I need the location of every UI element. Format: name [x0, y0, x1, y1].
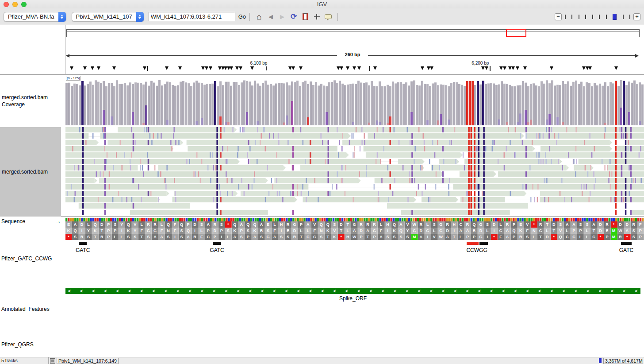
zoom-in-button[interactable]: +: [633, 13, 640, 20]
home-icon[interactable]: ⌂: [253, 12, 265, 22]
amino-acid-cell: R: [631, 221, 637, 228]
spike-orf-feature-bar[interactable]: <<<<<<<<<<<<<<<<<<<<<<<<<<<<<<<<<<<<<<<<…: [65, 288, 640, 294]
amino-acid-cell: C: [425, 228, 431, 234]
titlebar: IGV: [0, 0, 644, 8]
status-grid-icon[interactable]: [50, 358, 55, 364]
amino-acid-cell: R: [604, 221, 611, 228]
track-label-block-alignments[interactable]: merged.sorted.bam: [0, 127, 61, 217]
amino-acid-cell: N: [318, 228, 325, 234]
genome-select[interactable]: Pfizer_MVA-BN.fa: [4, 12, 66, 22]
go-button[interactable]: Go: [238, 13, 246, 20]
amino-acid-cell: R: [371, 221, 378, 228]
amino-acid-cell: F: [272, 228, 278, 234]
zoom-slider-tick[interactable]: [592, 15, 593, 19]
variant-marker-icon: [70, 66, 73, 70]
popup-text-icon[interactable]: [322, 12, 334, 22]
strand-chevron-icon: <: [454, 288, 457, 294]
amino-acid-cell: T: [298, 234, 305, 240]
strand-chevron-icon: <: [538, 288, 541, 294]
amino-acid-cell: L: [431, 228, 438, 234]
amino-acid-cell: G: [371, 228, 378, 234]
refresh-icon[interactable]: ⟳: [288, 12, 299, 22]
motif-feature[interactable]: [621, 242, 632, 245]
fit-to-window-icon[interactable]: [311, 12, 322, 22]
zoom-slider-tick[interactable]: [565, 15, 566, 19]
strand-chevron-icon: <: [490, 288, 493, 294]
amino-acid-cell: R: [364, 221, 371, 228]
track-label-qgrs[interactable]: Pfizer_QGRS: [1, 341, 34, 348]
sequence-strand-arrow[interactable]: →: [55, 217, 61, 225]
variant-marker-icon: [346, 66, 349, 70]
track-label-gatc[interactable]: Pfizer_GATC_CCWG: [1, 256, 52, 262]
amino-acid-cell: P: [511, 234, 518, 240]
amino-acid-cell: A: [238, 221, 245, 228]
amino-acid-cell: *: [531, 221, 537, 228]
amino-acid-cell: S: [524, 234, 531, 240]
strand-chevron-icon: <: [128, 288, 131, 294]
zoom-slider-tick[interactable]: [623, 15, 624, 19]
amino-acid-cell: *: [611, 221, 617, 228]
chromosome-select-stepper-icon[interactable]: [136, 12, 144, 22]
amino-acid-cell: T: [138, 234, 145, 240]
amino-acid-cell: F: [637, 221, 644, 228]
amino-acid-cell: A: [571, 221, 577, 228]
motif-feature[interactable]: [213, 242, 221, 245]
chromosome-overview[interactable]: [66, 29, 640, 37]
amino-acid-cell: R: [358, 221, 364, 228]
amino-acid-cell: F: [524, 228, 531, 234]
amino-acid-cell: C: [458, 221, 464, 228]
amino-acid-cell: S: [125, 234, 132, 240]
amino-acid-cell: A: [205, 221, 212, 228]
motif-feature[interactable]: [467, 242, 488, 245]
visible-region-box[interactable]: [506, 29, 527, 37]
amino-acid-cell: Q: [232, 221, 238, 228]
zoom-slider-tick[interactable]: [585, 15, 586, 19]
strand-chevron-icon: <: [430, 288, 433, 294]
amino-acid-cell: S: [484, 221, 491, 228]
track-label-coverage[interactable]: merged.sorted.bam Coverage: [2, 94, 60, 108]
genome-select-stepper-icon[interactable]: [58, 12, 66, 22]
zoom-slider-tick[interactable]: [571, 15, 572, 19]
amino-acid-cell: L: [458, 234, 464, 240]
chromosome-select[interactable]: Pbiv1_WM_k141_107: [72, 12, 144, 22]
zoom-out-button[interactable]: −: [555, 13, 562, 20]
back-arrow-icon[interactable]: ◀: [265, 12, 276, 22]
zoom-slider-tick[interactable]: [579, 15, 579, 19]
amino-acid-cell: S: [285, 234, 291, 240]
amino-acid-cell: A: [258, 221, 265, 228]
track-label-sequence[interactable]: Sequence: [1, 218, 25, 225]
amino-acid-cell: A: [458, 228, 464, 234]
locus-input[interactable]: [149, 12, 235, 21]
zoom-slider[interactable]: [565, 13, 630, 20]
region-of-interest-icon[interactable]: [299, 12, 311, 22]
amino-acid-cell: F: [172, 221, 179, 228]
amino-acid-cell: A: [398, 221, 405, 228]
sequence-nucleotide-canvas[interactable]: [65, 218, 644, 221]
zoom-slider-tick[interactable]: [599, 15, 600, 19]
amino-acid-cell: S: [405, 234, 411, 240]
zoom-slider-thumb[interactable]: [613, 14, 617, 20]
amino-acid-cell: T: [92, 234, 99, 240]
coverage-track-canvas[interactable]: [65, 78, 644, 125]
amino-acid-cell: H: [345, 234, 351, 240]
amino-acid-cell: L: [138, 221, 145, 228]
amino-acid-cell: *: [551, 234, 557, 240]
ruler-tick-label: 6,200 bp: [472, 61, 489, 66]
forward-arrow-icon[interactable]: ▶: [276, 12, 288, 22]
strand-chevron-icon: <: [104, 288, 107, 294]
amino-acid-cell: A: [252, 234, 258, 240]
amino-acid-cell: F: [138, 228, 145, 234]
amino-acid-cell: D: [544, 234, 551, 240]
motif-feature[interactable]: [79, 242, 87, 245]
zoom-slider-tick[interactable]: [606, 15, 607, 19]
alignments-track-canvas[interactable]: [65, 127, 644, 216]
amino-acid-cell: I: [484, 234, 491, 240]
memory-usage-label[interactable]: 3,367M of 4,617M: [603, 358, 643, 364]
amino-acid-cell: I: [278, 228, 285, 234]
gatc-track-content[interactable]: GATCGATCCCWGGGATC: [65, 242, 644, 256]
zoom-slider-tick[interactable]: [629, 15, 630, 19]
amino-acid-cell: *: [491, 234, 498, 240]
amino-acid-cell: Q: [325, 221, 331, 228]
track-label-alignments[interactable]: merged.sorted.bam: [0, 169, 48, 175]
track-label-annotated-features[interactable]: Annotated_Features: [1, 306, 50, 312]
